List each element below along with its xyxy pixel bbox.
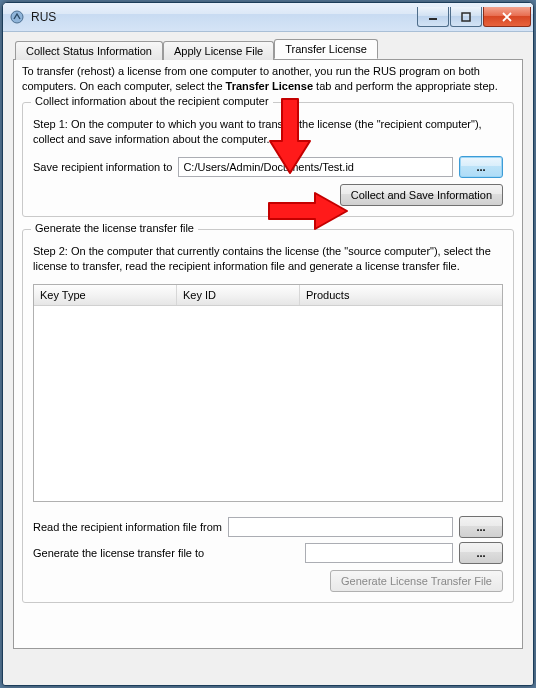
tab-collect-status[interactable]: Collect Status Information xyxy=(15,41,163,60)
group-title: Collect information about the recipient … xyxy=(31,95,273,107)
tab-label: Apply License File xyxy=(174,45,263,57)
browse-read-file-button[interactable]: ... xyxy=(459,516,503,538)
tab-transfer-license[interactable]: Transfer License xyxy=(274,39,378,59)
app-window: RUS Collect Status Information Apply Lic… xyxy=(2,2,534,686)
browse-label: ... xyxy=(476,547,485,559)
tab-label: Transfer License xyxy=(285,43,367,55)
intro-post: tab and perform the appropriate step. xyxy=(313,80,498,92)
column-products[interactable]: Products xyxy=(300,285,502,305)
listview-header: Key Type Key ID Products xyxy=(34,285,502,306)
tab-page-transfer: To transfer (rehost) a license from one … xyxy=(13,59,523,649)
gen-file-label: Generate the license transfer file to xyxy=(33,547,204,559)
button-label: Collect and Save Information xyxy=(351,189,492,201)
gen-file-row: Generate the license transfer file to ..… xyxy=(33,542,503,564)
maximize-button[interactable] xyxy=(450,7,482,27)
read-file-row: Read the recipient information file from… xyxy=(33,516,503,538)
client-area: Collect Status Information Apply License… xyxy=(3,31,533,685)
browse-save-path-button[interactable]: ... xyxy=(459,156,503,178)
app-icon xyxy=(9,9,25,25)
step2-text: Step 2: On the computer that currently c… xyxy=(33,244,503,274)
browse-label: ... xyxy=(476,521,485,533)
tab-apply-license[interactable]: Apply License File xyxy=(163,41,274,60)
save-path-label: Save recipient information to xyxy=(33,161,172,173)
collect-save-button[interactable]: Collect and Save Information xyxy=(340,184,503,206)
column-key-id[interactable]: Key ID xyxy=(177,285,300,305)
window-title: RUS xyxy=(31,10,417,24)
browse-gen-file-button[interactable]: ... xyxy=(459,542,503,564)
tab-bar: Collect Status Information Apply License… xyxy=(13,39,523,59)
titlebar: RUS xyxy=(3,3,533,32)
column-key-type[interactable]: Key Type xyxy=(34,285,177,305)
close-button[interactable] xyxy=(483,7,531,27)
generate-button-row: Generate License Transfer File xyxy=(33,570,503,592)
button-label: Generate License Transfer File xyxy=(341,575,492,587)
svg-rect-2 xyxy=(462,13,470,21)
read-file-input[interactable] xyxy=(228,517,453,537)
gen-file-input[interactable] xyxy=(305,543,453,563)
intro-bold: Transfer License xyxy=(226,80,313,92)
tab-label: Collect Status Information xyxy=(26,45,152,57)
group-generate-file: Generate the license transfer file Step … xyxy=(22,229,514,603)
license-listview[interactable]: Key Type Key ID Products xyxy=(33,284,503,502)
group-title: Generate the license transfer file xyxy=(31,222,198,234)
window-controls xyxy=(417,7,531,27)
generate-transfer-button: Generate License Transfer File xyxy=(330,570,503,592)
intro-text: To transfer (rehost) a license from one … xyxy=(22,64,514,94)
save-path-input[interactable] xyxy=(178,157,453,177)
read-file-label: Read the recipient information file from xyxy=(33,521,222,533)
browse-label: ... xyxy=(476,161,485,173)
step1-text: Step 1: On the computer to which you wan… xyxy=(33,117,503,147)
svg-rect-1 xyxy=(429,18,437,20)
minimize-button[interactable] xyxy=(417,7,449,27)
save-path-row: Save recipient information to ... xyxy=(33,156,503,178)
collect-button-row: Collect and Save Information xyxy=(33,184,503,206)
group-collect-info: Collect information about the recipient … xyxy=(22,102,514,218)
